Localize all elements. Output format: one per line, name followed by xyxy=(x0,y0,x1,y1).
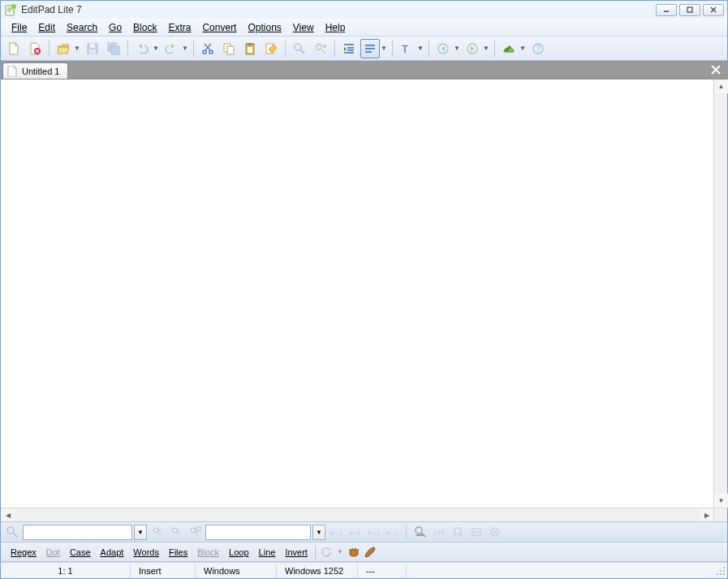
help-button[interactable]: ? xyxy=(528,39,548,58)
find-prev-icon[interactable] xyxy=(149,524,166,540)
status-codepage[interactable]: Windows 1252 xyxy=(277,563,358,578)
feather-icon[interactable] xyxy=(362,544,378,560)
minimize-button[interactable] xyxy=(656,4,677,16)
option-loop[interactable]: Loop xyxy=(224,546,253,559)
menu-options[interactable]: Options xyxy=(242,20,286,35)
replace-history-dropdown[interactable]: ▼ xyxy=(312,525,325,540)
close-window-button[interactable] xyxy=(703,4,724,16)
option-words[interactable]: Words xyxy=(128,546,164,559)
open-button[interactable] xyxy=(54,39,73,58)
option-line[interactable]: Line xyxy=(254,546,281,559)
open-dropdown[interactable]: ▼ xyxy=(73,45,81,52)
scroll-left-button[interactable]: ◀ xyxy=(1,508,15,522)
close-file-button[interactable] xyxy=(25,39,45,58)
option-invert[interactable]: Invert xyxy=(280,546,312,559)
scroll-right-button[interactable]: ▶ xyxy=(700,508,713,522)
nav-back-dropdown[interactable]: ▼ xyxy=(453,45,461,52)
option-case[interactable]: Case xyxy=(65,546,96,559)
redo-button[interactable] xyxy=(162,39,181,58)
replace-input[interactable] xyxy=(205,525,311,540)
tab-close-button[interactable] xyxy=(709,63,722,76)
nav-forward-button[interactable] xyxy=(463,39,482,58)
menu-search[interactable]: Search xyxy=(61,20,103,35)
cat-icon[interactable] xyxy=(346,544,362,560)
redo-dropdown[interactable]: ▼ xyxy=(181,45,189,52)
save-all-button[interactable] xyxy=(104,39,123,58)
replace-sel-icon[interactable]: A↔B xyxy=(384,524,400,540)
preferences-dropdown[interactable]: ▼ xyxy=(519,45,527,52)
wordwrap-button[interactable] xyxy=(360,39,380,58)
svg-rect-13 xyxy=(227,46,234,54)
menu-block[interactable]: Block xyxy=(127,20,162,35)
menu-extra[interactable]: Extra xyxy=(162,20,196,35)
maximize-button[interactable] xyxy=(679,4,700,16)
status-insert-mode[interactable]: Insert xyxy=(131,563,196,578)
vertical-scrollbar[interactable]: ▲ ▼ xyxy=(713,79,727,508)
fold-icon[interactable] xyxy=(468,524,485,540)
preferences-button[interactable] xyxy=(499,39,519,58)
find-next-icon[interactable] xyxy=(168,524,184,540)
undo-dropdown[interactable]: ▼ xyxy=(152,45,160,52)
toolbar-separator xyxy=(193,41,194,57)
wordwrap-dropdown[interactable]: ▼ xyxy=(380,45,388,52)
svg-point-36 xyxy=(416,527,422,534)
find-all-icon[interactable] xyxy=(187,524,203,540)
nav-back-button[interactable] xyxy=(433,39,453,58)
svg-line-27 xyxy=(13,533,17,537)
svg-point-26 xyxy=(7,527,14,534)
font-button[interactable]: T xyxy=(397,39,416,58)
find-history-dropdown[interactable]: ▼ xyxy=(134,525,147,540)
svg-rect-7 xyxy=(89,49,96,54)
status-extra[interactable]: --- xyxy=(358,563,407,578)
menu-view[interactable]: View xyxy=(287,20,320,35)
option-dot[interactable]: Dot xyxy=(41,546,65,559)
option-block[interactable]: Block xyxy=(192,546,224,559)
refresh-icon[interactable] xyxy=(318,544,334,560)
menu-edit[interactable]: Edit xyxy=(32,20,61,35)
nav-fwd-dropdown[interactable]: ▼ xyxy=(482,45,490,52)
replace-next-icon[interactable]: A↔B xyxy=(347,524,363,540)
bookmark-icon[interactable] xyxy=(450,524,466,540)
count-icon[interactable]: 123 xyxy=(431,524,447,540)
paste-button[interactable] xyxy=(240,39,260,58)
menu-convert[interactable]: Convert xyxy=(196,20,242,35)
scroll-down-button[interactable]: ▼ xyxy=(714,494,728,508)
save-button[interactable] xyxy=(83,39,102,58)
text-editor[interactable] xyxy=(1,79,713,508)
window-title: EditPad Lite 7 xyxy=(21,4,656,15)
cut-button[interactable] xyxy=(198,39,218,58)
find-button[interactable] xyxy=(290,39,309,58)
find-input[interactable] xyxy=(23,525,132,540)
menu-help[interactable]: Help xyxy=(320,20,351,35)
replace-all-icon[interactable]: A↔B xyxy=(365,524,381,540)
replace-prev-icon[interactable]: A↔B xyxy=(328,524,344,540)
scroll-up-button[interactable]: ▲ xyxy=(714,79,728,93)
find-next-button[interactable] xyxy=(311,39,330,58)
menu-file[interactable]: File xyxy=(6,20,32,35)
refresh-dropdown[interactable]: ▼ xyxy=(334,547,346,557)
scroll-corner xyxy=(713,508,727,521)
status-encoding[interactable]: Windows xyxy=(196,563,277,578)
option-files[interactable]: Files xyxy=(164,546,192,559)
undo-button[interactable] xyxy=(132,39,152,58)
highlight-icon[interactable] xyxy=(412,524,429,540)
svg-point-10 xyxy=(203,49,206,53)
status-position[interactable]: 1: 1 xyxy=(1,563,131,578)
edit-button[interactable] xyxy=(261,39,281,58)
svg-text:A↔B: A↔B xyxy=(386,530,398,536)
indent-button[interactable] xyxy=(339,39,359,58)
clear-icon[interactable] xyxy=(487,524,503,540)
font-dropdown[interactable]: ▼ xyxy=(416,45,424,52)
scroll-track[interactable] xyxy=(714,93,727,494)
toolbar-separator xyxy=(429,41,429,57)
copy-button[interactable] xyxy=(219,39,239,58)
new-file-button[interactable] xyxy=(4,39,24,58)
document-tab[interactable]: Untitled 1 xyxy=(2,62,68,79)
menu-go[interactable]: Go xyxy=(103,20,127,35)
scroll-track-h[interactable] xyxy=(15,508,700,521)
option-adapt[interactable]: Adapt xyxy=(96,546,129,559)
resize-grip[interactable] xyxy=(714,564,727,577)
document-icon xyxy=(6,66,18,77)
horizontal-scrollbar[interactable]: ◀ ▶ xyxy=(1,508,713,521)
option-regex[interactable]: Regex xyxy=(6,546,41,559)
